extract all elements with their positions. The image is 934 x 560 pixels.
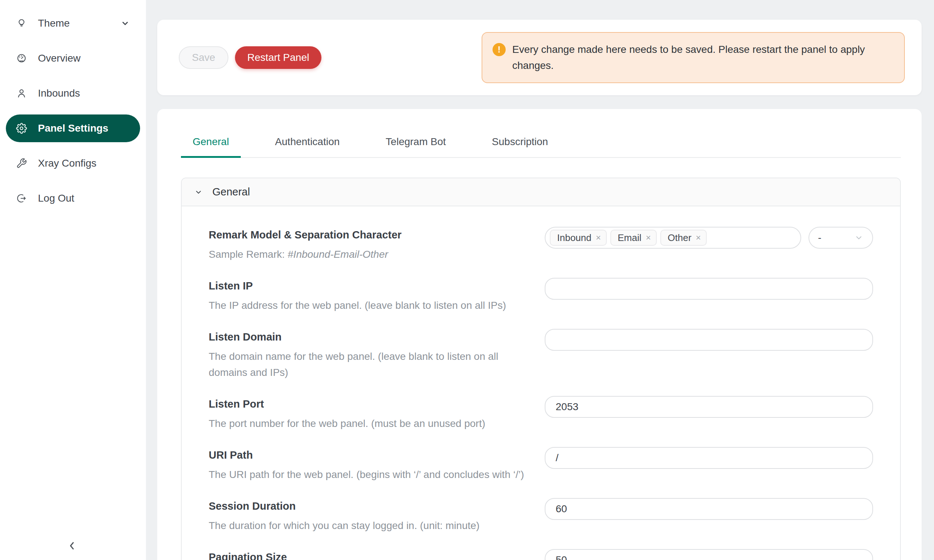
- field-row-listen-ip: Listen IP The IP address for the web pan…: [209, 278, 873, 314]
- general-collapse-panel: General Remark Model & Separation Charac…: [181, 178, 901, 560]
- sidebar-item-label: Panel Settings: [38, 123, 108, 134]
- chevron-down-icon: [194, 188, 203, 197]
- main-content: Save Restart Panel ! Every change made h…: [146, 0, 934, 560]
- separator-select[interactable]: -: [809, 227, 873, 249]
- sidebar-item-theme[interactable]: Theme: [6, 9, 140, 37]
- tab-general[interactable]: General: [181, 136, 241, 157]
- chevron-left-icon: [66, 540, 78, 552]
- field-description: The duration for which you can stay logg…: [209, 518, 479, 534]
- lightbulb-icon: [16, 18, 27, 29]
- sidebar-item-inbounds[interactable]: Inbounds: [6, 80, 140, 107]
- field-row-remark: Remark Model & Separation Character Samp…: [209, 227, 873, 263]
- remark-tags-input[interactable]: Inbound × Email × Other ×: [545, 227, 801, 249]
- field-row-listen-port: Listen Port The port number for the web …: [209, 396, 873, 432]
- listen-port-input[interactable]: [545, 396, 873, 418]
- remove-tag-icon[interactable]: ×: [646, 233, 651, 242]
- field-description: The domain name for the web panel. (leav…: [209, 349, 515, 381]
- field-description: The URI path for the web panel. (begins …: [209, 467, 524, 483]
- tag-email: Email ×: [610, 230, 657, 246]
- sidebar-item-label: Inbounds: [38, 88, 80, 99]
- restart-panel-button[interactable]: Restart Panel: [235, 46, 322, 69]
- settings-tabs: General Authentication Telegram Bot Subs…: [181, 109, 901, 158]
- field-label: Remark Model & Separation Character: [209, 228, 402, 242]
- sidebar-item-label: Overview: [38, 52, 81, 64]
- sidebar-item-overview[interactable]: Overview: [6, 45, 140, 72]
- tag-inbound: Inbound ×: [550, 230, 607, 246]
- settings-card: General Authentication Telegram Bot Subs…: [157, 109, 922, 560]
- session-duration-input[interactable]: [545, 498, 873, 520]
- gauge-icon: [16, 53, 27, 64]
- pagination-size-input[interactable]: [545, 549, 873, 560]
- sidebar-item-panel-settings[interactable]: Panel Settings: [6, 114, 140, 142]
- sidebar: Theme Overview Inbounds Panel Settings X…: [0, 0, 146, 560]
- separator-value: -: [818, 232, 821, 243]
- field-row-session-duration: Session Duration The duration for which …: [209, 498, 873, 534]
- sidebar-item-label: Log Out: [38, 192, 74, 204]
- field-label: Pagination Size: [209, 551, 287, 560]
- listen-domain-input[interactable]: [545, 329, 873, 351]
- field-row-listen-domain: Listen Domain The domain name for the we…: [209, 329, 873, 381]
- field-description: The IP address for the web panel. (leave…: [209, 297, 506, 314]
- field-label: Listen Domain: [209, 330, 515, 343]
- section-title: General: [212, 186, 250, 198]
- tag-other: Other ×: [660, 230, 707, 246]
- warning-alert: ! Every change made here needs to be sav…: [482, 32, 905, 83]
- uri-path-input[interactable]: [545, 447, 873, 469]
- wrench-icon: [16, 158, 27, 169]
- chevron-down-icon: [120, 18, 130, 28]
- logout-icon: [16, 193, 27, 204]
- save-button[interactable]: Save: [179, 46, 228, 69]
- gear-icon: [16, 123, 27, 134]
- sample-remark-value: #Inbound-Email-Other: [288, 249, 388, 260]
- user-icon: [16, 88, 27, 99]
- field-label: Session Duration: [209, 500, 479, 512]
- remove-tag-icon[interactable]: ×: [596, 233, 601, 242]
- warning-alert-text: Every change made here needs to be saved…: [512, 42, 885, 74]
- listen-ip-input[interactable]: [545, 278, 873, 300]
- remove-tag-icon[interactable]: ×: [696, 233, 701, 242]
- tab-authentication[interactable]: Authentication: [264, 136, 351, 157]
- field-label: Listen Port: [209, 397, 485, 411]
- field-row-pagination-size: Pagination Size: [209, 549, 873, 560]
- field-row-uri-path: URI Path The URI path for the web panel.…: [209, 447, 873, 483]
- field-label: URI Path: [209, 448, 524, 462]
- sidebar-item-label: Xray Configs: [38, 157, 96, 169]
- field-label: Listen IP: [209, 279, 506, 292]
- chevron-down-icon: [854, 233, 863, 242]
- field-description: The port number for the web panel. (must…: [209, 415, 485, 432]
- general-collapse-header[interactable]: General: [182, 178, 900, 206]
- sidebar-collapse-button[interactable]: [63, 537, 81, 555]
- tab-telegram-bot[interactable]: Telegram Bot: [374, 136, 458, 157]
- sidebar-item-log-out[interactable]: Log Out: [6, 185, 140, 212]
- sidebar-item-label: Theme: [38, 17, 70, 29]
- tab-subscription[interactable]: Subscription: [480, 136, 559, 157]
- general-section-body: Remark Model & Separation Character Samp…: [182, 206, 900, 560]
- actions-card: Save Restart Panel ! Every change made h…: [157, 20, 922, 95]
- sidebar-item-xray-configs[interactable]: Xray Configs: [6, 149, 140, 177]
- warning-icon: !: [493, 43, 506, 56]
- field-description: Sample Remark: #Inbound-Email-Other: [209, 246, 402, 263]
